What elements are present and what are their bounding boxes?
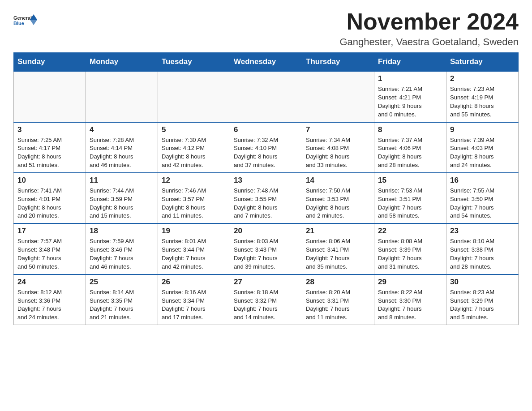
day-number: 14 xyxy=(306,176,370,185)
calendar-cell: 28Sunrise: 8:20 AMSunset: 3:31 PMDayligh… xyxy=(302,274,374,325)
calendar-cell: 17Sunrise: 7:57 AMSunset: 3:48 PMDayligh… xyxy=(14,223,86,274)
svg-text:Blue: Blue xyxy=(13,21,24,26)
calendar-cell: 7Sunrise: 7:34 AMSunset: 4:08 PMDaylight… xyxy=(302,122,374,173)
day-info: Sunrise: 8:06 AMSunset: 3:41 PMDaylight:… xyxy=(306,237,370,271)
week-row-3: 10Sunrise: 7:41 AMSunset: 4:01 PMDayligh… xyxy=(14,173,519,223)
calendar-cell: 13Sunrise: 7:48 AMSunset: 3:55 PMDayligh… xyxy=(230,173,302,223)
day-info: Sunrise: 8:01 AMSunset: 3:44 PMDaylight:… xyxy=(162,237,226,271)
header-wednesday: Wednesday xyxy=(230,53,302,72)
day-info: Sunrise: 7:59 AMSunset: 3:46 PMDaylight:… xyxy=(90,237,154,271)
svg-text:General: General xyxy=(13,15,32,21)
calendar-cell: 3Sunrise: 7:25 AMSunset: 4:17 PMDaylight… xyxy=(14,122,86,173)
day-info: Sunrise: 7:37 AMSunset: 4:06 PMDaylight:… xyxy=(378,136,442,170)
day-number: 20 xyxy=(234,227,298,235)
calendar-cell: 2Sunrise: 7:23 AMSunset: 4:19 PMDaylight… xyxy=(446,71,519,122)
day-number: 6 xyxy=(234,125,298,134)
calendar-cell: 22Sunrise: 8:08 AMSunset: 3:39 PMDayligh… xyxy=(374,223,446,274)
day-number: 25 xyxy=(90,278,154,287)
day-number: 8 xyxy=(378,125,442,134)
calendar-cell: 8Sunrise: 7:37 AMSunset: 4:06 PMDaylight… xyxy=(374,122,446,173)
calendar-cell: 26Sunrise: 8:16 AMSunset: 3:34 PMDayligh… xyxy=(158,274,230,325)
day-info: Sunrise: 7:50 AMSunset: 3:53 PMDaylight:… xyxy=(306,187,370,220)
day-info: Sunrise: 8:18 AMSunset: 3:32 PMDaylight:… xyxy=(234,288,298,322)
calendar-cell: 20Sunrise: 8:03 AMSunset: 3:43 PMDayligh… xyxy=(230,223,302,274)
day-number: 19 xyxy=(162,227,226,235)
calendar-header-row: SundayMondayTuesdayWednesdayThursdayFrid… xyxy=(14,53,519,72)
calendar-cell xyxy=(86,71,158,122)
calendar-cell: 29Sunrise: 8:22 AMSunset: 3:30 PMDayligh… xyxy=(374,274,446,325)
day-info: Sunrise: 8:16 AMSunset: 3:34 PMDaylight:… xyxy=(162,288,226,322)
day-number: 18 xyxy=(90,227,154,235)
day-info: Sunrise: 7:46 AMSunset: 3:57 PMDaylight:… xyxy=(162,187,226,220)
header-saturday: Saturday xyxy=(446,53,519,72)
day-info: Sunrise: 8:12 AMSunset: 3:36 PMDaylight:… xyxy=(17,288,82,322)
day-info: Sunrise: 8:23 AMSunset: 3:29 PMDaylight:… xyxy=(450,288,515,322)
logo: General Blue xyxy=(13,9,40,31)
location-title: Ganghester, Vaestra Goetaland, Sweden xyxy=(339,36,519,48)
day-info: Sunrise: 7:34 AMSunset: 4:08 PMDaylight:… xyxy=(306,136,370,170)
header-friday: Friday xyxy=(374,53,446,72)
day-number: 15 xyxy=(378,176,442,185)
day-info: Sunrise: 7:55 AMSunset: 3:50 PMDaylight:… xyxy=(450,187,515,220)
calendar-cell: 4Sunrise: 7:28 AMSunset: 4:14 PMDaylight… xyxy=(86,122,158,173)
day-number: 30 xyxy=(450,278,515,287)
day-info: Sunrise: 7:41 AMSunset: 4:01 PMDaylight:… xyxy=(17,187,82,220)
calendar-cell xyxy=(230,71,302,122)
day-number: 26 xyxy=(162,278,226,287)
header-sunday: Sunday xyxy=(14,53,86,72)
calendar-cell: 15Sunrise: 7:53 AMSunset: 3:51 PMDayligh… xyxy=(374,173,446,223)
day-info: Sunrise: 7:32 AMSunset: 4:10 PMDaylight:… xyxy=(234,136,298,170)
calendar-cell: 19Sunrise: 8:01 AMSunset: 3:44 PMDayligh… xyxy=(158,223,230,274)
calendar-cell: 18Sunrise: 7:59 AMSunset: 3:46 PMDayligh… xyxy=(86,223,158,274)
day-info: Sunrise: 7:28 AMSunset: 4:14 PMDaylight:… xyxy=(90,136,154,170)
day-info: Sunrise: 7:39 AMSunset: 4:03 PMDaylight:… xyxy=(450,136,515,170)
day-number: 23 xyxy=(450,227,515,235)
header-monday: Monday xyxy=(86,53,158,72)
day-number: 1 xyxy=(378,74,442,83)
month-title: November 2024 xyxy=(339,9,519,34)
day-number: 7 xyxy=(306,125,370,134)
calendar-cell: 21Sunrise: 8:06 AMSunset: 3:41 PMDayligh… xyxy=(302,223,374,274)
calendar-cell xyxy=(14,71,86,122)
day-info: Sunrise: 7:53 AMSunset: 3:51 PMDaylight:… xyxy=(378,187,442,220)
page-header: General Blue November 2024 Ganghester, V… xyxy=(13,9,519,48)
calendar-cell: 25Sunrise: 8:14 AMSunset: 3:35 PMDayligh… xyxy=(86,274,158,325)
day-info: Sunrise: 8:08 AMSunset: 3:39 PMDaylight:… xyxy=(378,237,442,271)
day-number: 2 xyxy=(450,74,515,83)
day-info: Sunrise: 8:03 AMSunset: 3:43 PMDaylight:… xyxy=(234,237,298,271)
day-info: Sunrise: 7:30 AMSunset: 4:12 PMDaylight:… xyxy=(162,136,226,170)
calendar-cell: 24Sunrise: 8:12 AMSunset: 3:36 PMDayligh… xyxy=(14,274,86,325)
day-number: 21 xyxy=(306,227,370,235)
day-number: 13 xyxy=(234,176,298,185)
day-number: 29 xyxy=(378,278,442,287)
calendar-table: SundayMondayTuesdayWednesdayThursdayFrid… xyxy=(13,52,519,325)
week-row-1: 1Sunrise: 7:21 AMSunset: 4:21 PMDaylight… xyxy=(14,71,519,122)
day-info: Sunrise: 7:57 AMSunset: 3:48 PMDaylight:… xyxy=(17,237,82,271)
calendar-cell: 5Sunrise: 7:30 AMSunset: 4:12 PMDaylight… xyxy=(158,122,230,173)
day-info: Sunrise: 7:25 AMSunset: 4:17 PMDaylight:… xyxy=(17,136,82,170)
calendar-cell: 12Sunrise: 7:46 AMSunset: 3:57 PMDayligh… xyxy=(158,173,230,223)
header-thursday: Thursday xyxy=(302,53,374,72)
day-number: 11 xyxy=(90,176,154,185)
title-area: November 2024 Ganghester, Vaestra Goetal… xyxy=(339,9,519,48)
logo-svg: General Blue xyxy=(13,9,40,31)
calendar-cell: 6Sunrise: 7:32 AMSunset: 4:10 PMDaylight… xyxy=(230,122,302,173)
day-number: 4 xyxy=(90,125,154,134)
calendar-cell: 27Sunrise: 8:18 AMSunset: 3:32 PMDayligh… xyxy=(230,274,302,325)
day-number: 28 xyxy=(306,278,370,287)
day-number: 10 xyxy=(17,176,82,185)
day-info: Sunrise: 8:22 AMSunset: 3:30 PMDaylight:… xyxy=(378,288,442,322)
week-row-5: 24Sunrise: 8:12 AMSunset: 3:36 PMDayligh… xyxy=(14,274,519,325)
day-number: 16 xyxy=(450,176,515,185)
calendar-cell: 1Sunrise: 7:21 AMSunset: 4:21 PMDaylight… xyxy=(374,71,446,122)
day-info: Sunrise: 8:10 AMSunset: 3:38 PMDaylight:… xyxy=(450,237,515,271)
day-number: 27 xyxy=(234,278,298,287)
day-number: 12 xyxy=(162,176,226,185)
day-number: 22 xyxy=(378,227,442,235)
day-info: Sunrise: 7:48 AMSunset: 3:55 PMDaylight:… xyxy=(234,187,298,220)
svg-marker-2 xyxy=(30,20,37,25)
day-info: Sunrise: 7:44 AMSunset: 3:59 PMDaylight:… xyxy=(90,187,154,220)
day-info: Sunrise: 8:20 AMSunset: 3:31 PMDaylight:… xyxy=(306,288,370,322)
header-tuesday: Tuesday xyxy=(158,53,230,72)
calendar-cell: 14Sunrise: 7:50 AMSunset: 3:53 PMDayligh… xyxy=(302,173,374,223)
